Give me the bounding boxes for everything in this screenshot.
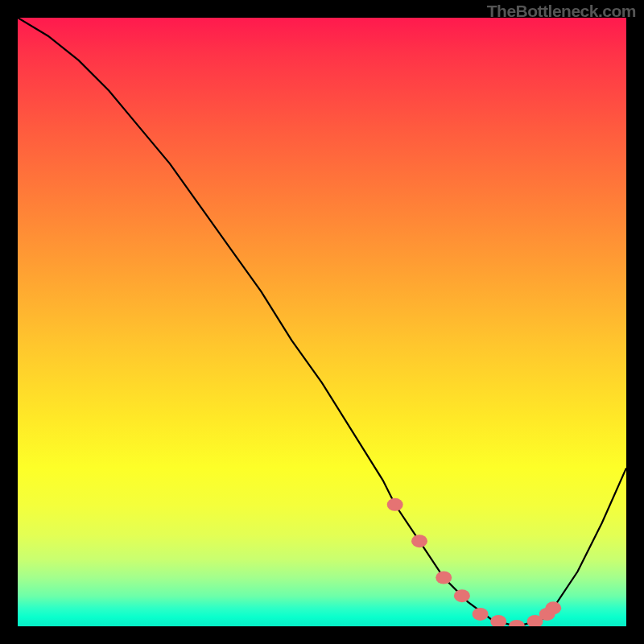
chart-frame: TheBottleneck.com — [0, 0, 644, 644]
watermark-text: TheBottleneck.com — [487, 2, 636, 21]
trough-marker — [436, 572, 452, 584]
plot-area — [18, 18, 626, 626]
trough-marker — [545, 601, 561, 614]
trough-marker — [509, 620, 525, 626]
trough-marker — [490, 615, 506, 626]
trough-marker — [454, 589, 470, 602]
trough-marker — [473, 608, 489, 621]
trough-marker — [387, 498, 403, 511]
curve-svg — [18, 18, 626, 626]
trough-marker — [411, 535, 427, 547]
bottleneck-curve — [18, 18, 626, 626]
